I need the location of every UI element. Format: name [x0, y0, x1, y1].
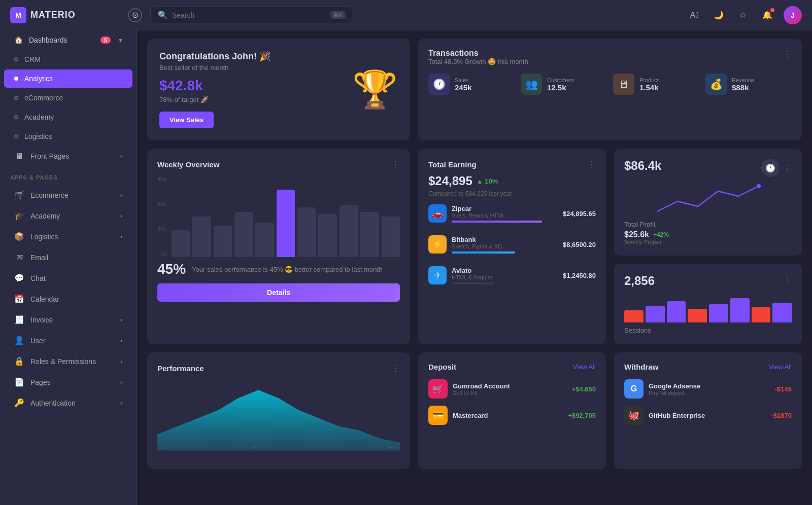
logo-icon: M [10, 7, 26, 23]
sales-icon: 🕐 [428, 74, 450, 95]
user-chevron: › [120, 337, 122, 344]
sidebar-item-calendar[interactable]: 📅 Calendar [4, 289, 132, 309]
session-bar-4 [709, 304, 728, 322]
bar-6 [297, 207, 316, 257]
dashboards-badge: 5 [100, 37, 111, 44]
sidebar-item-analytics[interactable]: Analytics [4, 69, 132, 88]
github-name: GitHub Enterprise [649, 412, 766, 419]
sidebar-item-roles[interactable]: 🔒 Roles & Permissions › [4, 351, 132, 371]
earning-menu[interactable]: ⋮ [587, 159, 596, 170]
sidebar-item-academy[interactable]: Academy [4, 108, 132, 126]
product-value: 1.54k [639, 83, 659, 92]
invoice-label: Invoice [30, 316, 53, 324]
crm-dot [14, 57, 18, 61]
content-area: Congratulations John! 🎉 Best seller of t… [137, 30, 812, 505]
sidebar-item-logistics-app[interactable]: 📦 Logistics › [4, 227, 132, 246]
sidebar-item-chat[interactable]: 💬 Chat [4, 268, 132, 288]
search-icon: 🔍 [158, 10, 168, 20]
academy-app-label: Academy [30, 212, 60, 220]
earning-change: ▲ 10% [477, 177, 498, 185]
dashboards-icon: 🏠 [14, 36, 23, 44]
profit-chart [624, 181, 792, 217]
theme-icon[interactable]: 🌙 [710, 7, 727, 23]
weekly-description: Your sales performance is 45% 😎 better c… [192, 266, 382, 273]
nav-toggle[interactable]: ⊙ [128, 8, 142, 22]
translate-icon[interactable]: A⃝ [686, 7, 702, 23]
sidebar-item-ecommerce[interactable]: eCommerce [4, 89, 132, 107]
front-pages-icon: 🖥 [14, 152, 24, 161]
analytics-label: Analytics [24, 75, 53, 83]
svg-text:Feb: Feb [388, 444, 396, 450]
logo-area: M MATERIO ⊙ [10, 7, 142, 23]
search-bar[interactable]: 🔍 ⌘K [150, 7, 353, 23]
calendar-icon: 📅 [14, 294, 24, 304]
email-icon: ✉ [14, 252, 24, 262]
sidebar-item-front-pages[interactable]: 🖥 Front Pages › [4, 147, 132, 166]
search-input[interactable] [172, 11, 326, 19]
session-bar-0 [624, 310, 644, 322]
notification-icon[interactable]: 🔔 [759, 7, 775, 23]
topnav: M MATERIO ⊙ 🔍 ⌘K A⃝ 🌙 ☆ 🔔 J [0, 0, 812, 30]
weekly-bars-container [172, 176, 400, 257]
profit-menu[interactable]: ⋮ [784, 163, 792, 173]
dashboards-menu[interactable]: 🏠 Dashboards 5 ▾ [4, 31, 132, 49]
sessions-menu[interactable]: ⋮ [784, 274, 792, 283]
profit-value: $25.6k [624, 230, 649, 239]
zipcar-icon: 🚗 [428, 204, 447, 223]
congrats-title: Congratulations John! 🎉 [159, 51, 270, 62]
sidebar-item-academy-app[interactable]: 🎓 Academy › [4, 206, 132, 226]
zipcar-sub: Vuejs, React & HTML [452, 212, 558, 219]
sidebar-item-crm[interactable]: CRM [4, 50, 132, 68]
sidebar-item-ecommerce-app[interactable]: 🛒 Ecommerce › [4, 185, 132, 205]
bar-5 [277, 190, 295, 257]
bitbank-icon: ⚡ [428, 235, 447, 254]
ecommerce-label: eCommerce [24, 94, 63, 102]
performance-menu[interactable]: ⋮ [391, 363, 400, 374]
bar-7 [318, 214, 336, 257]
crm-label: CRM [24, 55, 41, 63]
svg-text:Jun: Jun [161, 444, 169, 450]
profit-label: Total Profit [624, 221, 792, 228]
stat-revenue: 💰 Revenue $88k [705, 74, 792, 95]
bar-10 [382, 217, 400, 257]
withdraw-view-all[interactable]: View All [769, 363, 792, 371]
session-bar-7 [772, 303, 792, 322]
mastercard-name: Mastercard [453, 412, 563, 419]
svg-point-0 [757, 184, 761, 188]
gumroad-sub: Sell UI Kit [453, 390, 567, 396]
star-icon[interactable]: ☆ [735, 7, 751, 23]
sidebar-item-email[interactable]: ✉ Email [4, 247, 132, 267]
session-bar-3 [688, 309, 707, 322]
logistics-dot [14, 134, 18, 138]
details-button[interactable]: Details [157, 283, 400, 302]
congrats-content: Congratulations John! 🎉 Best seller of t… [159, 51, 270, 128]
logistics-app-label: Logistics [30, 233, 58, 241]
withdraw-card: Withdraw View All G Google Adsense PayPa… [614, 352, 802, 469]
session-bar-6 [752, 307, 771, 322]
pages-chevron: › [120, 379, 122, 386]
sessions-label: Sessions [624, 327, 792, 334]
withdraw-title: Withdraw [624, 363, 658, 371]
deposit-view-all[interactable]: View All [573, 363, 596, 371]
sidebar-item-pages[interactable]: 📄 Pages › [4, 372, 132, 392]
sidebar-item-user[interactable]: 👤 User › [4, 331, 132, 350]
sidebar-item-invoice[interactable]: 🧾 Invoice › [4, 310, 132, 330]
front-pages-chevron: › [120, 153, 122, 160]
main-layout: 🏠 Dashboards 5 ▾ CRM Analytics eCommerce… [0, 30, 812, 505]
total-earning-card: Total Earning ⋮ $24,895 ▲ 10% Compared t… [418, 149, 606, 344]
customers-value: 12.5k [547, 83, 574, 92]
google-icon: G [624, 379, 644, 399]
weekly-menu[interactable]: ⋮ [391, 159, 400, 170]
sales-value: 245k [455, 83, 471, 92]
auth-icon: 🔑 [14, 398, 24, 408]
bar-8 [340, 205, 358, 257]
sidebar-item-auth[interactable]: 🔑 Authentication › [4, 393, 132, 413]
view-sales-button[interactable]: View Sales [159, 112, 214, 128]
academy-app-chevron: › [120, 212, 122, 220]
transactions-card: Transactions Total 48.5% Growth 🤩 this m… [418, 39, 802, 140]
session-bar-5 [730, 298, 750, 322]
pages-icon: 📄 [14, 377, 24, 387]
sidebar-item-logistics[interactable]: Logistics [4, 127, 132, 146]
avatar[interactable]: J [784, 6, 802, 24]
transactions-menu[interactable]: ⋮ [783, 49, 792, 60]
